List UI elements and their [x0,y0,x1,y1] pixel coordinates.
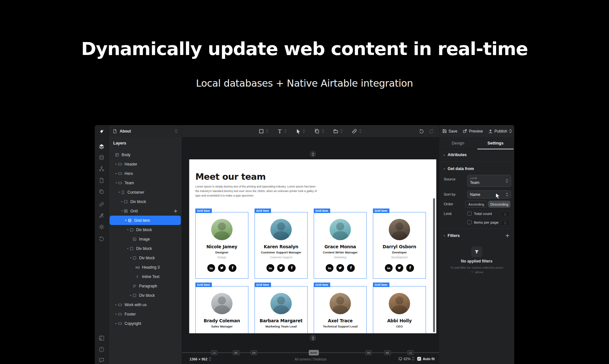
canvas-resize-handle-bottom[interactable] [310,335,316,341]
tab-settings[interactable]: Settings [477,137,514,149]
ascending-button[interactable]: Ascending [465,201,487,208]
chat-icon[interactable] [99,357,104,363]
twitter-icon[interactable] [336,264,344,272]
items-per-page-input[interactable] [501,220,510,226]
twitter-icon[interactable] [218,264,226,272]
grid-item-card[interactable]: Grid itemKaren RosalynCustomer Support M… [255,208,308,279]
caret-closed-icon[interactable]: ▸ [114,303,118,306]
layers-icon[interactable] [99,144,104,149]
tab-design[interactable]: Design [439,137,477,149]
total-count-input[interactable] [501,211,510,217]
caret-closed-icon[interactable]: ▸ [114,163,118,166]
publish-button[interactable]: Publish [488,129,512,134]
layer-row-body[interactable]: Body [109,150,182,159]
layer-row-hero[interactable]: ▸Hero [109,169,182,178]
caret-open-icon[interactable]: ▾ [114,181,118,184]
grid-item-card[interactable]: Grid itemAbbi HollyCEOinf [373,282,426,333]
add-filter-button[interactable] [505,233,510,238]
canvas[interactable]: Meet our team Lorem Ipsum is simply dumm… [182,137,439,364]
text-tool-stepper-icon[interactable] [284,129,287,133]
facebook-icon[interactable]: f [406,264,414,272]
panels-icon[interactable] [99,335,104,341]
screens-label[interactable]: All screens / Desktops [295,358,327,361]
grid-item-card[interactable]: Grid itemDarryl OsbornDeveloperDevelopme… [373,208,426,279]
facebook-icon[interactable]: f [229,264,236,272]
layer-row-div-block[interactable]: ▾Div block [109,253,182,262]
layer-row-div-block[interactable]: ▾Div block [109,244,182,253]
caret-open-icon[interactable]: ▾ [124,219,128,222]
grid-item-card[interactable]: Grid itemBarbara MargaretMarketing Team … [255,282,308,333]
caret-closed-icon[interactable]: ▸ [114,313,118,316]
breakpoint-lg-badge[interactable]: LG [211,350,217,355]
sort-by-select[interactable]: Name [467,190,511,198]
text-tool-button[interactable] [277,129,287,134]
canvas-size-control[interactable]: 1366 × 952 [190,357,212,361]
layer-row-header[interactable]: ▸Header [109,159,182,169]
breakpoint-lg-badge[interactable]: LG [407,350,414,355]
caret-open-icon[interactable]: ▾ [129,256,133,259]
caret-open-icon[interactable]: ▾ [120,209,124,212]
page-switcher-stepper-icon[interactable] [175,129,178,133]
layer-row-image[interactable]: Image [109,234,182,244]
database-icon[interactable] [99,155,104,160]
copy-tool-stepper-icon[interactable] [321,129,324,133]
descending-button[interactable]: Descending [488,201,510,208]
rect-tool-button[interactable] [259,129,268,134]
undo-icon[interactable] [419,129,424,134]
help-icon[interactable]: ? [99,347,104,352]
layer-row-copyright[interactable]: ▸Copyright [109,319,182,328]
get-data-section-header[interactable]: ▾ Get data from [444,166,474,171]
breakpoint-sm-badge[interactable]: SM [365,350,372,355]
link-tool-button[interactable] [352,128,362,134]
publish-stepper-icon[interactable] [509,129,512,133]
cursor-tool-button[interactable] [296,129,305,134]
caret-open-icon[interactable]: ▾ [126,228,130,231]
twitter-icon[interactable] [277,264,285,272]
auto-fit-checkbox[interactable]: ✓ [417,357,421,361]
layer-row-div-block[interactable]: ▾Div block [109,225,182,234]
caret-closed-icon[interactable]: ▸ [114,172,118,175]
page-paragraph[interactable]: Lorem Ipsum is simply dummy text of the … [195,185,318,198]
items-per-page-checkbox[interactable] [467,220,472,224]
breakpoint-md-badge[interactable]: MD [233,350,240,355]
rect-tool-stepper-icon[interactable] [266,129,268,133]
history-icon[interactable] [99,236,104,242]
layer-row-div-block[interactable]: ▸Div block [109,197,182,206]
linkedin-icon[interactable]: in [326,264,333,272]
add-grid-item-button[interactable] [173,209,178,213]
grid-item-card[interactable]: Grid itemGrace MonnaContent Writer Manag… [314,208,367,279]
layer-row-work-with-us[interactable]: ▸Work with us [109,300,182,309]
grid-item-card[interactable]: Grid itemNicole JameyDesignerDesigninf [195,208,248,279]
link-icon[interactable] [99,201,104,207]
layer-row-div-block[interactable]: ▸Div block [109,291,182,300]
layer-row-container[interactable]: ▾Container [109,187,182,197]
layer-row-footer[interactable]: ▸Footer [109,309,182,319]
grid-item-card[interactable]: Grid itemBrady ColemanSales Managerinf [195,282,248,333]
breakpoint-base-badge[interactable]: BASE [309,350,319,356]
breakpoint-sm-badge[interactable]: SM [251,350,257,355]
caret-closed-icon[interactable]: ▸ [129,294,133,297]
canvas-size-stepper-icon[interactable] [209,357,212,361]
folder-tool-button[interactable] [333,129,343,134]
zoom-control[interactable]: 62% [398,357,415,361]
save-button[interactable]: Save [442,129,457,134]
design-page[interactable]: Meet our team Lorem Ipsum is simply dumm… [189,159,436,333]
caret-open-icon[interactable]: ▾ [126,247,130,250]
twitter-icon[interactable] [396,264,403,272]
facebook-icon[interactable]: f [288,264,296,272]
attributes-section-header[interactable]: ▸ Attributes [444,153,467,157]
grid-item-card[interactable]: Grid itemAxel TraceTechnical Support Lea… [314,282,367,333]
layer-row-grid-item[interactable]: ▾Grid item [110,216,181,225]
page-switcher[interactable]: About [108,125,182,137]
layer-row-heading-3[interactable]: H3Heading 3 [109,262,182,272]
breakpoint-md-badge[interactable]: MD [384,350,391,355]
folder-tool-stepper-icon[interactable] [340,129,343,133]
redo-icon[interactable] [429,129,434,134]
filters-section-header[interactable]: ▾ Filters [444,233,460,238]
total-count-checkbox[interactable] [467,211,472,216]
zoom-stepper-icon[interactable] [412,357,415,361]
link-tool-stepper-icon[interactable] [359,129,362,133]
flow-icon[interactable] [99,166,104,172]
gear-icon[interactable] [99,224,104,230]
layer-row-team[interactable]: ▾Team [109,178,182,187]
